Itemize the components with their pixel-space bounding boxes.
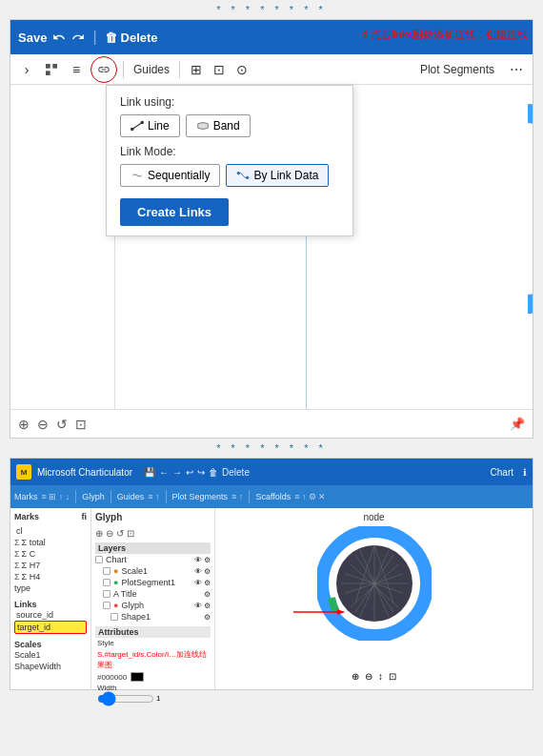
glyph-title: Glyph xyxy=(95,512,211,522)
bst-sep4 xyxy=(249,490,250,503)
mark-cl-label: cl xyxy=(16,526,23,536)
save-button[interactable]: Save xyxy=(18,31,47,45)
expand-icon[interactable]: › xyxy=(16,59,37,80)
settings-icon[interactable]: ⊙ xyxy=(231,59,252,80)
link-using-label: Link using: xyxy=(120,95,339,109)
app-bar: M Microsoft Charticulator 💾 ← → ↩ ↪ 🗑 De… xyxy=(10,459,533,485)
glyph-tool3[interactable]: ↺ xyxy=(116,528,124,539)
by-link-data-button[interactable]: By Link Data xyxy=(226,164,329,187)
sigma-c-icon: Σ xyxy=(14,549,20,559)
link-source-item[interactable]: source_id xyxy=(14,609,87,621)
node-chart-panel: node xyxy=(215,508,533,689)
layer-scale1-check[interactable] xyxy=(103,567,111,575)
refresh-icon[interactable]: ↺ xyxy=(56,417,68,432)
app-save-icon[interactable]: 💾 xyxy=(144,467,155,478)
plot-segments-tab[interactable]: Plot Segments xyxy=(172,492,229,501)
main-content-area: Link using: Line Band Link Mode: Sequent… xyxy=(10,85,533,409)
app-undo-icon[interactable]: ← xyxy=(159,467,169,478)
layer-title-check[interactable] xyxy=(103,590,111,598)
bst-sep2 xyxy=(111,490,111,503)
line-button[interactable]: Line xyxy=(120,114,180,137)
style-row: Style xyxy=(95,638,211,648)
grid-icon1[interactable]: ⊞ xyxy=(186,59,207,80)
color-swatch[interactable] xyxy=(131,672,144,682)
undo-button[interactable] xyxy=(52,31,66,44)
svg-point-4 xyxy=(131,128,133,130)
layer-ps1-label: PlotSegment1 xyxy=(121,578,175,587)
link-mode-label: Link Mode: xyxy=(120,145,339,158)
line-label: Line xyxy=(148,119,170,133)
color-row: #000000 xyxy=(95,671,211,683)
layer-ps1-icons: 👁 ⚙ xyxy=(194,579,211,587)
chart-fit[interactable]: ↕ xyxy=(378,671,383,682)
app-redo-icon[interactable]: → xyxy=(172,467,182,478)
chart-zoom-controls: ⊕ ⊖ ↕ ⊡ xyxy=(348,667,400,685)
mark-cl: cl xyxy=(14,525,87,537)
layer-glyph-check[interactable] xyxy=(103,602,111,609)
layer-shape1-check[interactable] xyxy=(111,613,118,621)
chart-zoom-in[interactable]: ⊕ xyxy=(352,671,359,682)
layer-title[interactable]: A Title ⚙ xyxy=(95,588,211,600)
glyph-dot: ● xyxy=(113,601,118,610)
marks-tab[interactable]: Marks xyxy=(14,492,38,501)
band-button[interactable]: Band xyxy=(186,114,251,137)
zoom-out-icon[interactable]: ⊖ xyxy=(37,417,49,432)
mark-h7-label: Σ H7 xyxy=(22,561,41,570)
marks-icon[interactable]: fi xyxy=(82,512,88,521)
sequentially-label: Sequentially xyxy=(148,169,210,182)
chart-expand[interactable]: ⊡ xyxy=(389,671,396,682)
links-circle-button[interactable] xyxy=(90,56,117,83)
width-slider[interactable] xyxy=(97,695,154,703)
width-value: 1 xyxy=(156,694,160,703)
scale1-dot: ● xyxy=(113,566,118,576)
glyph-tool1[interactable]: ⊕ xyxy=(95,528,103,539)
scales-section: Scales Scale1 ShapeWidth xyxy=(14,640,87,672)
mark-c-label: Σ C xyxy=(22,549,36,559)
guides-tab[interactable]: Guides xyxy=(117,492,145,501)
layer-glyph[interactable]: ● Glyph 👁 ⚙ xyxy=(95,600,211,611)
sequentially-button[interactable]: Sequentially xyxy=(120,164,220,187)
zoom-in-icon[interactable]: ⊕ xyxy=(18,417,30,432)
layer-scale1-label: Scale1 xyxy=(121,566,148,576)
layer-shape1[interactable]: Shape1 ⚙ xyxy=(95,611,211,623)
svg-line-3 xyxy=(132,123,143,130)
list-icon[interactable]: ≡ xyxy=(66,59,87,80)
fit-icon[interactable]: ⊡ xyxy=(75,417,87,432)
links-section: Links source_id target_id xyxy=(14,600,87,634)
pin-icon[interactable]: 📌 xyxy=(510,417,525,431)
app-history-icon[interactable]: ↩ xyxy=(186,467,193,478)
scaffolds-icons: ≡ ↑ ⚙ ✕ xyxy=(294,492,326,501)
attributes-title: Attributes xyxy=(95,626,211,638)
app-info-icon[interactable]: ℹ xyxy=(523,467,527,478)
toolbar-sep1: | xyxy=(92,29,96,46)
app-title: Microsoft Charticulator xyxy=(37,467,132,478)
chart-icon[interactable] xyxy=(41,59,62,80)
glyph-tool4[interactable]: ⊡ xyxy=(127,528,134,539)
link-target-item[interactable]: target_id xyxy=(14,621,87,634)
ps-icons: ≡ ↑ xyxy=(231,492,243,501)
scaffolds-tab[interactable]: Scaffolds xyxy=(255,492,291,501)
glyph-tab[interactable]: Glyph xyxy=(82,492,105,501)
color-label: #000000 xyxy=(97,673,127,682)
node-circle-container xyxy=(317,526,432,641)
redo-button[interactable] xyxy=(71,31,85,44)
layer-scale1[interactable]: ● Scale1 👁 ⚙ xyxy=(95,565,211,577)
glyph-layers: Layers Chart 👁 ⚙ ● Scale1 👁 ⚙ ● PlotSegm… xyxy=(95,542,211,623)
layer-plotsegment1[interactable]: ● PlotSegment1 👁 ⚙ xyxy=(95,577,211,588)
ps-end-icon[interactable]: ⋯ xyxy=(506,59,527,80)
create-links-button[interactable]: Create Links xyxy=(120,198,229,226)
layer-chart-icons: 👁 ⚙ xyxy=(194,556,211,564)
layer-chart-check[interactable] xyxy=(95,556,103,563)
mark-h7: Σ Σ H7 xyxy=(14,560,87,571)
link-mode-row: Sequentially By Link Data xyxy=(120,164,339,187)
glyph-tool2[interactable]: ⊖ xyxy=(106,528,113,539)
grid-icon2[interactable]: ⊡ xyxy=(209,59,230,80)
layer-chart[interactable]: Chart 👁 ⚙ xyxy=(95,554,211,565)
mark-type: type xyxy=(14,582,87,594)
marks-title: Marks xyxy=(14,512,39,521)
chart-zoom-out[interactable]: ⊖ xyxy=(365,671,372,682)
layer-ps1-check[interactable] xyxy=(103,579,111,586)
app-redo2-icon[interactable]: ↪ xyxy=(197,467,205,478)
delete-button[interactable]: 🗑 Delete xyxy=(105,31,158,45)
app-delete-icon[interactable]: 🗑 xyxy=(209,467,218,478)
